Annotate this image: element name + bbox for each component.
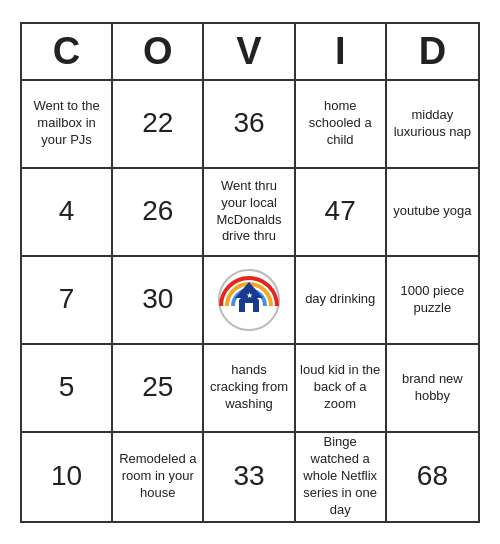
bingo-cell-r2c5: youtube yoga	[387, 169, 478, 257]
bingo-cell-r5c1: 10	[22, 433, 113, 521]
bingo-cell-r1c5: midday luxurious nap	[387, 81, 478, 169]
bingo-cell-r2c3: Went thru your local McDonalds drive thr…	[204, 169, 295, 257]
header-letter-i: I	[296, 24, 387, 79]
svg-text:★: ★	[245, 291, 252, 300]
bingo-header: COVID	[22, 24, 478, 81]
bingo-cell-r5c3: 33	[204, 433, 295, 521]
bingo-cell-r4c4: loud kid in the back of a zoom	[296, 345, 387, 433]
bingo-grid: Went to the mailbox in your PJs2236home …	[22, 81, 478, 521]
bingo-cell-r1c3: 36	[204, 81, 295, 169]
bingo-cell-r5c4: Binge watched a whole Netflix series in …	[296, 433, 387, 521]
bingo-cell-r1c2: 22	[113, 81, 204, 169]
bingo-cell-r3c4: day drinking	[296, 257, 387, 345]
bingo-cell-r4c5: brand new hobby	[387, 345, 478, 433]
bingo-cell-r2c2: 26	[113, 169, 204, 257]
bingo-cell-r4c3: hands cracking from washing	[204, 345, 295, 433]
bingo-cell-r3c2: 30	[113, 257, 204, 345]
bingo-cell-r5c2: Remodeled a room in your house	[113, 433, 204, 521]
header-letter-d: D	[387, 24, 478, 79]
bingo-cell-r3c5: 1000 piece puzzle	[387, 257, 478, 345]
header-letter-o: O	[113, 24, 204, 79]
bingo-cell-r3c3: ★	[204, 257, 295, 345]
bingo-cell-r2c4: 47	[296, 169, 387, 257]
bingo-cell-r5c5: 68	[387, 433, 478, 521]
header-letter-c: C	[22, 24, 113, 79]
svg-rect-3	[245, 303, 253, 312]
header-letter-v: V	[204, 24, 295, 79]
bingo-cell-r4c2: 25	[113, 345, 204, 433]
bingo-cell-r1c1: Went to the mailbox in your PJs	[22, 81, 113, 169]
bingo-cell-r3c1: 7	[22, 257, 113, 345]
bingo-card: COVID Went to the mailbox in your PJs223…	[20, 22, 480, 523]
bingo-cell-r4c1: 5	[22, 345, 113, 433]
bingo-cell-r1c4: home schooled a child	[296, 81, 387, 169]
bingo-cell-r2c1: 4	[22, 169, 113, 257]
